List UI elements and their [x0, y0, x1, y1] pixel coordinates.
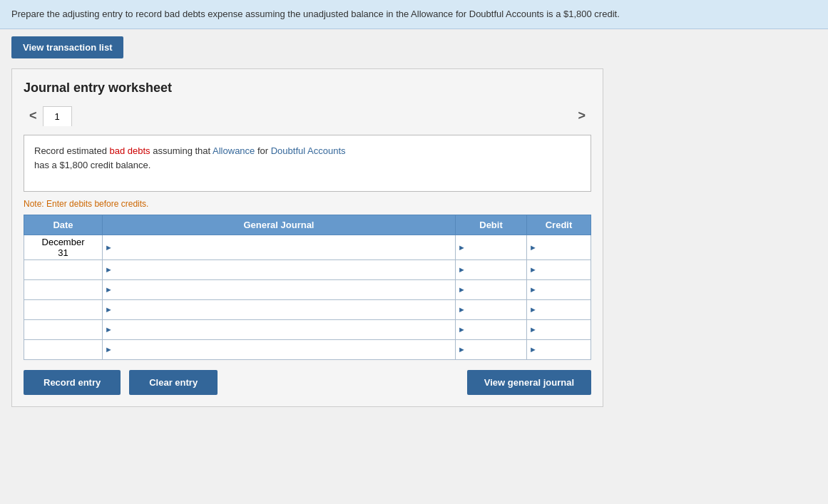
arrow-icon-3: ► — [103, 285, 113, 294]
date-cell-6 — [24, 339, 103, 359]
note-text: Note: Enter debits before credits. — [24, 199, 591, 209]
debit-arrow-1: ► — [456, 243, 466, 252]
arrow-icon-2: ► — [103, 265, 113, 274]
credit-arrow-4: ► — [527, 305, 537, 314]
date-cell-4 — [24, 299, 103, 319]
date-cell-5 — [24, 319, 103, 339]
journal-cell-6[interactable]: ► — [103, 339, 456, 359]
view-general-journal-button[interactable]: View general journal — [467, 370, 591, 395]
credit-cell-2[interactable]: ► — [527, 259, 591, 279]
debit-arrow-6: ► — [456, 345, 466, 354]
table-row: ► ► ► — [24, 279, 591, 299]
credit-input-1[interactable] — [537, 240, 591, 254]
credit-input-3[interactable] — [537, 283, 591, 297]
worksheet-container: Journal entry worksheet < 1 > Record est… — [11, 68, 603, 407]
credit-arrow-5: ► — [527, 325, 537, 334]
journal-cell-4[interactable]: ► — [103, 299, 456, 319]
debit-cell-5[interactable]: ► — [456, 319, 527, 339]
debit-input-4[interactable] — [466, 303, 526, 317]
journal-input-1[interactable] — [113, 240, 455, 254]
debit-cell-6[interactable]: ► — [456, 339, 527, 359]
credit-cell-4[interactable]: ► — [527, 299, 591, 319]
debit-cell-2[interactable]: ► — [456, 259, 527, 279]
debit-input-1[interactable] — [466, 240, 526, 254]
header-credit: Credit — [527, 215, 591, 235]
credit-input-2[interactable] — [537, 263, 591, 277]
prev-tab-button[interactable]: < — [24, 106, 43, 126]
debit-cell-1[interactable]: ► — [456, 235, 527, 259]
view-transaction-button[interactable]: View transaction list — [11, 36, 123, 58]
table-row: ► ► ► — [24, 299, 591, 319]
debit-arrow-3: ► — [456, 285, 466, 294]
table-row: ► ► ► — [24, 259, 591, 279]
credit-input-6[interactable] — [537, 343, 591, 356]
action-buttons: Record entry Clear entry View general jo… — [24, 370, 591, 395]
journal-cell-1[interactable]: ► — [103, 235, 456, 259]
debit-cell-4[interactable]: ► — [456, 299, 527, 319]
arrow-icon-5: ► — [103, 325, 113, 334]
table-row: ► ► ► — [24, 339, 591, 359]
header-general-journal: General Journal — [103, 215, 456, 235]
debit-arrow-2: ► — [456, 265, 466, 274]
debit-input-6[interactable] — [466, 343, 526, 356]
credit-input-5[interactable] — [537, 323, 591, 336]
debit-input-2[interactable] — [466, 263, 526, 277]
date-cell-1: December31 — [24, 235, 103, 259]
credit-cell-1[interactable]: ► — [527, 235, 591, 259]
arrow-icon-1: ► — [103, 243, 113, 252]
debit-cell-3[interactable]: ► — [456, 279, 527, 299]
tab-1[interactable]: 1 — [43, 106, 72, 126]
journal-input-2[interactable] — [113, 263, 455, 277]
journal-input-5[interactable] — [113, 323, 455, 336]
date-cell-2 — [24, 259, 103, 279]
credit-cell-5[interactable]: ► — [527, 319, 591, 339]
credit-cell-3[interactable]: ► — [527, 279, 591, 299]
header-debit: Debit — [456, 215, 527, 235]
debit-input-3[interactable] — [466, 283, 526, 297]
clear-entry-button[interactable]: Clear entry — [129, 370, 218, 395]
header-date: Date — [24, 215, 103, 235]
journal-input-3[interactable] — [113, 283, 455, 297]
next-tab-button[interactable]: > — [572, 106, 591, 126]
journal-cell-3[interactable]: ► — [103, 279, 456, 299]
arrow-icon-6: ► — [103, 345, 113, 354]
credit-arrow-1: ► — [527, 243, 537, 252]
record-entry-button[interactable]: Record entry — [24, 370, 121, 395]
banner-text: Prepare the adjusting entry to record ba… — [11, 9, 620, 19]
debit-arrow-4: ► — [456, 305, 466, 314]
credit-arrow-6: ► — [527, 345, 537, 354]
description-box: Record estimated bad debts assuming that… — [24, 135, 591, 192]
table-row: December31 ► ► ► — [24, 235, 591, 259]
debit-input-5[interactable] — [466, 323, 526, 336]
date-cell-3 — [24, 279, 103, 299]
banner: Prepare the adjusting entry to record ba… — [0, 0, 828, 29]
credit-cell-6[interactable]: ► — [527, 339, 591, 359]
table-row: ► ► ► — [24, 319, 591, 339]
debit-arrow-5: ► — [456, 325, 466, 334]
credit-input-4[interactable] — [537, 303, 591, 317]
tab-navigation: < 1 > — [24, 106, 591, 126]
arrow-icon-4: ► — [103, 305, 113, 314]
journal-input-6[interactable] — [113, 343, 455, 356]
worksheet-title: Journal entry worksheet — [24, 81, 591, 96]
journal-table: Date General Journal Debit Credit Decemb… — [24, 215, 591, 360]
credit-arrow-2: ► — [527, 265, 537, 274]
journal-input-4[interactable] — [113, 303, 455, 317]
journal-cell-2[interactable]: ► — [103, 259, 456, 279]
journal-cell-5[interactable]: ► — [103, 319, 456, 339]
credit-arrow-3: ► — [527, 285, 537, 294]
